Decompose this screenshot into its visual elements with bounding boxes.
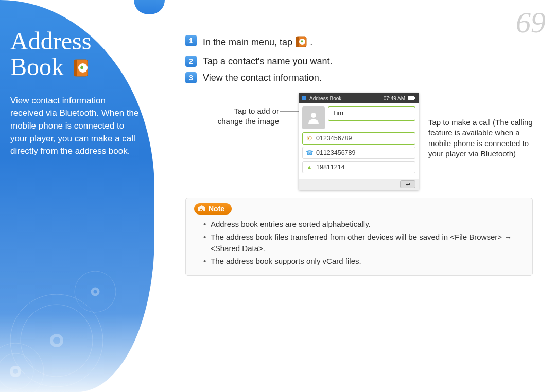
decorative-circles	[0, 263, 129, 392]
contact-row-value: 0123456789	[316, 135, 352, 142]
svg-point-7	[0, 353, 33, 389]
page-title: Address Book	[10, 28, 139, 83]
device-footer: ↩	[299, 179, 419, 190]
birthday-icon: ▲	[306, 164, 313, 171]
step-1-pre: In the main menu, tap	[203, 37, 295, 47]
step-1: 1 In the main menu, tap .	[185, 35, 546, 50]
svg-rect-15	[414, 97, 415, 99]
callout-make-call: Tap to make a call (The calling feature …	[428, 117, 542, 159]
screenshot-area: Tap to add or change the image Address B…	[192, 93, 546, 185]
note-item: The address book supports only vCard fil…	[203, 256, 524, 268]
sidebar: Address Book View contact information re…	[0, 0, 154, 392]
svg-point-10	[92, 289, 98, 295]
sidebar-description: View contact information received via Bl…	[10, 95, 139, 158]
step-1-text: In the main menu, tap .	[203, 35, 312, 50]
note-icon	[197, 204, 206, 213]
address-book-icon	[71, 57, 92, 83]
person-icon	[306, 110, 321, 126]
phone-icon: ☎	[306, 149, 313, 156]
svg-point-3	[10, 294, 103, 387]
svg-rect-14	[408, 96, 414, 100]
contact-row-phone: ☎01123456789	[302, 147, 415, 159]
step-3-text: View the contact information.	[203, 72, 322, 83]
main-content: 1 In the main menu, tap . 2 Tap a contac…	[185, 35, 546, 276]
step-2-text: Tap a contact's name you want.	[203, 56, 333, 67]
title-line-1: Address	[10, 27, 91, 55]
step-2: 2 Tap a contact's name you want.	[185, 56, 546, 67]
note-box: Note Address book entries are sorted alp…	[185, 198, 533, 276]
address-book-app-icon	[295, 35, 307, 50]
top-tab-decoration	[134, 0, 165, 14]
battery-icon	[408, 96, 415, 101]
contact-row-mobile[interactable]: ✆0123456789	[302, 132, 415, 145]
callout-change-image: Tap to add or change the image	[207, 106, 279, 127]
callout-line-left	[280, 111, 299, 112]
status-indicator-icon	[302, 96, 306, 100]
device-body: Tim ✆0123456789☎01123456789▲19811214	[299, 103, 419, 179]
device-screenshot: Address Book 07:49 AM Tim ✆0123456789☎01…	[299, 93, 419, 190]
note-badge: Note	[194, 203, 232, 215]
note-label: Note	[208, 205, 224, 213]
svg-rect-1	[74, 60, 77, 76]
contact-name-field[interactable]: Tim	[328, 106, 415, 121]
step-badge-1: 1	[185, 35, 197, 46]
device-screen-title: Address Book	[309, 96, 384, 101]
svg-point-8	[11, 367, 20, 376]
step-3: 3 View the contact information.	[185, 72, 546, 83]
contact-row-value: 01123456789	[316, 149, 355, 156]
device-time: 07:49 AM	[384, 96, 405, 101]
svg-rect-12	[296, 37, 299, 47]
step-badge-2: 2	[185, 56, 197, 67]
mobile-icon: ✆	[306, 135, 313, 142]
svg-point-9	[75, 271, 116, 312]
callout-line-right	[408, 135, 427, 135]
avatar[interactable]	[302, 106, 325, 129]
svg-point-5	[51, 335, 62, 346]
note-item: The address book files transferred from …	[203, 231, 524, 255]
step-badge-3: 3	[185, 72, 197, 83]
device-status-bar: Address Book 07:49 AM	[299, 93, 419, 103]
svg-point-4	[21, 305, 93, 377]
page-number: 69	[516, 5, 546, 40]
note-item: Address book entries are sorted alphabet…	[203, 219, 524, 230]
contact-row-birthday: ▲19811214	[302, 161, 415, 173]
title-line-2: Book	[10, 53, 64, 80]
contact-row-value: 19811214	[316, 164, 345, 171]
step-1-post: .	[310, 37, 312, 47]
note-list: Address book entries are sorted alphabet…	[194, 219, 524, 267]
svg-point-16	[311, 113, 316, 118]
back-button[interactable]: ↩	[400, 180, 415, 188]
